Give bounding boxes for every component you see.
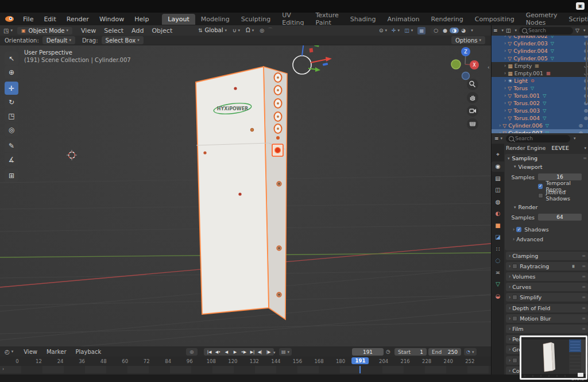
expand-icon[interactable]: › [504, 86, 506, 91]
expand-icon[interactable]: › [504, 93, 506, 98]
tool-move[interactable]: ✛ [5, 82, 18, 95]
properties-tab-constraints[interactable]: ≍ [492, 267, 504, 277]
section-volumes[interactable]: ›Volumes≡ [506, 272, 588, 281]
outliner-row-torus-001[interactable]: ›▽Torus.001▽◎▣ [492, 92, 588, 99]
shadows-row[interactable]: ›✓ Shadows [505, 225, 588, 234]
object-name[interactable]: Torus.003 [513, 107, 540, 114]
object-name[interactable]: Cylinder.003 [513, 40, 548, 47]
object-name[interactable]: Torus [513, 85, 528, 91]
start-frame-field[interactable]: Start 1 [394, 348, 427, 356]
panel-grip-icon[interactable]: ≡ [582, 306, 585, 311]
perspective-toggle-icon[interactable] [467, 118, 478, 130]
render-samples-field[interactable]: 64 [538, 214, 582, 221]
shading-material-preview-icon[interactable]: ◑ [450, 28, 459, 33]
panel-grip-icon[interactable]: ≡ [582, 274, 585, 279]
viewport-3d[interactable]: HYXiPOWER [0, 36, 491, 346]
play-button[interactable]: ▶ [231, 348, 239, 356]
properties-search-input[interactable] [506, 135, 570, 142]
section-clamping[interactable]: ›Clamping≡ [506, 252, 588, 260]
outliner-row-empty-001[interactable]: ›▦Empty.001▦◡▣ [492, 70, 588, 77]
menu-help[interactable]: Help [129, 14, 154, 24]
section-curves[interactable]: ›Curves≡ [506, 283, 588, 291]
panel-grip-icon[interactable]: ≡ [582, 295, 585, 300]
object-name[interactable]: Torus.004 [513, 115, 540, 121]
playhead-line[interactable] [359, 366, 361, 373]
section-film[interactable]: ›Film≡ [506, 325, 588, 333]
stopwatch-icon[interactable]: ◷ [386, 349, 390, 354]
workspace-tab-layout[interactable]: Layout [162, 14, 195, 25]
outliner-mode-icon[interactable]: ◫ [506, 28, 511, 33]
outliner-row-cylinder-002[interactable]: ›▽Cylinder.002▽◎▣ [492, 36, 588, 40]
cabinet-object[interactable] [196, 67, 287, 319]
outliner-row-cylinder-004[interactable]: ›▽Cylinder.004▽◎▣ [492, 47, 588, 55]
viewport-subpanel-header[interactable]: ▾ Viewport [505, 163, 588, 171]
advanced-row[interactable]: › Advanced [505, 235, 588, 244]
orientation-dropdown[interactable]: Default▾ [42, 36, 75, 44]
expand-icon[interactable]: › [504, 41, 506, 46]
gizmos-toggle-icon[interactable]: ✛ [392, 28, 396, 33]
expand-icon[interactable]: › [504, 108, 506, 113]
object-name[interactable]: Empty.001 [514, 70, 543, 76]
viewport-menu-view[interactable]: View [77, 26, 100, 36]
menu-file[interactable]: File [18, 14, 38, 24]
shading-rendered-icon[interactable]: ◕ [459, 28, 468, 33]
properties-tab-scene[interactable]: ◍ [492, 196, 504, 207]
object-name[interactable]: Cylinder.006 [508, 122, 543, 129]
playback-sync-dropdown[interactable]: ◔▾ [464, 348, 477, 356]
shadows-checkbox[interactable]: ✓ [516, 227, 521, 232]
timeline-menu-playback[interactable]: Playback [71, 348, 106, 356]
tool-measure[interactable]: ∡ [5, 153, 18, 166]
overlays-toggle-icon[interactable]: ◫ [404, 28, 409, 33]
properties-tab-object[interactable]: ■ [492, 220, 504, 230]
jump-to-start-button[interactable]: |◀ [205, 348, 214, 356]
shading-wireframe-icon[interactable]: ○ [431, 28, 440, 33]
section-depth-of-field[interactable]: ›Depth of Field≡ [506, 304, 588, 312]
workspace-tab-compositing[interactable]: Compositing [469, 14, 520, 25]
prev-keyframe-button[interactable]: ◀• [214, 348, 222, 356]
expand-icon[interactable]: › [504, 71, 506, 76]
step-back-button[interactable]: ◀| [256, 348, 264, 356]
panel-grip-icon[interactable]: ≡ [582, 264, 585, 269]
tool-add-cube[interactable]: ⊞ [5, 169, 18, 182]
panel-grip-icon[interactable]: ≡ [582, 316, 585, 321]
panel-grip-icon[interactable]: ≡ [583, 156, 586, 161]
timeline-editor-icon[interactable]: ◴ [5, 349, 10, 355]
autokey-toggle[interactable]: ◎ [186, 348, 198, 356]
filter-icon[interactable]: ▽ [575, 28, 579, 33]
sliders-icon[interactable]: ≡ [571, 264, 576, 268]
outliner-row-light[interactable]: ›☀Light⊙◎▣ [492, 77, 588, 84]
visibility-toggle-icon[interactable]: ⊙ [379, 28, 384, 33]
editor-type-icon[interactable]: ◳ [3, 28, 9, 34]
hide-eye-icon[interactable]: ◎ [584, 108, 588, 113]
outliner-display-mode-icon[interactable]: ≡ [493, 28, 498, 33]
tool-annotate[interactable]: ✎ [5, 139, 18, 152]
temporal-checkbox[interactable]: ✓ [538, 184, 543, 189]
xray-toggle[interactable]: ▦ [417, 27, 425, 34]
workspace-tab-shading[interactable]: Shading [345, 14, 382, 25]
outliner-row-empty[interactable]: ›▦Empty▦◡▣ [492, 62, 588, 70]
jittered-checkbox[interactable] [538, 193, 543, 198]
hide-eye-icon[interactable]: ◎ [584, 115, 588, 121]
playhead-label[interactable]: 191 [352, 357, 369, 364]
window-controls-icon[interactable]: ▣ [576, 2, 585, 10]
expand-icon[interactable]: › [504, 36, 506, 38]
properties-tab-physics[interactable]: ◌ [492, 256, 504, 266]
expand-icon[interactable]: › [499, 123, 501, 128]
viewport-menu-object[interactable]: Object [148, 26, 176, 36]
outliner-row-torus-002[interactable]: ›▽Torus.002▽◎▣ [492, 99, 588, 107]
section-checkbox[interactable] [512, 358, 517, 363]
section-checkbox[interactable] [512, 316, 517, 321]
object-name[interactable]: Cylinder.002 [513, 36, 548, 39]
properties-tab-particles[interactable]: ∷ [492, 244, 504, 254]
outliner-row-torus-004[interactable]: ›▽Torus.004▽◎▣ [492, 114, 588, 122]
object-name[interactable]: Empty [514, 63, 532, 69]
render-engine-dropdown[interactable]: EEVEE [551, 145, 569, 151]
timeline-tracks[interactable]: › [0, 366, 491, 373]
section-checkbox[interactable] [512, 295, 517, 300]
outliner-row-cylinder-005[interactable]: ›▽Cylinder.005▽◎▣ [492, 55, 588, 62]
properties-tab-tool[interactable]: ⌖ [492, 149, 504, 160]
hide-eye-icon[interactable]: ◎ [579, 123, 583, 128]
snap-target-icon[interactable]: ∪ [233, 28, 237, 33]
panel-grip-icon[interactable]: ≡ [582, 253, 585, 258]
timeline-menu-view[interactable]: View [19, 348, 42, 356]
